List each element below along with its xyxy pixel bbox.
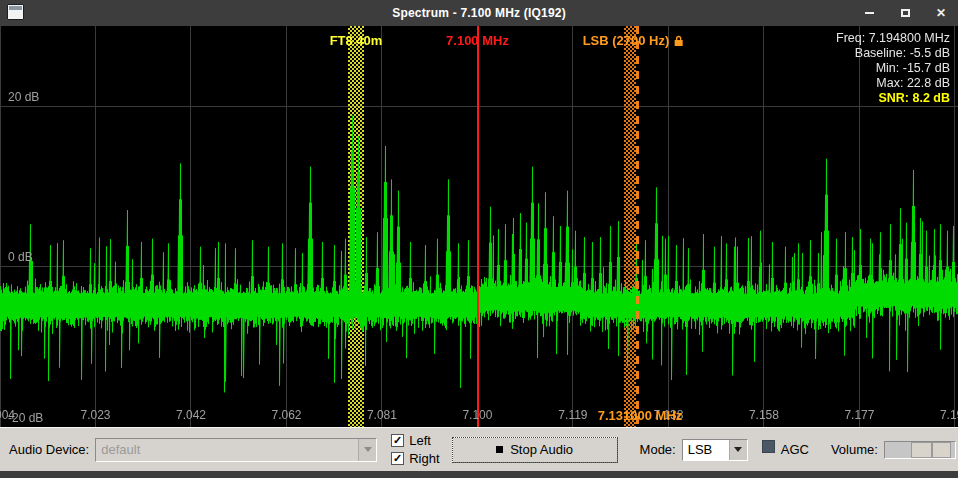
maximize-button[interactable] xyxy=(894,4,916,22)
title-bar[interactable]: Spectrum - 7.100 MHz (IQ192) ✕ xyxy=(0,0,958,26)
volume-track-right[interactable] xyxy=(951,442,955,458)
center-frequency-label: 7.100 MHz xyxy=(446,33,509,48)
info-freq: Freq: 7.194800 MHz xyxy=(836,31,950,46)
agc-label: AGC xyxy=(781,442,809,457)
freq-axis-label: 7.081 xyxy=(367,408,397,422)
agc-control[interactable]: AGC xyxy=(762,442,809,457)
maximize-icon xyxy=(901,9,910,17)
volume-slider[interactable] xyxy=(884,441,956,459)
agc-checkbox[interactable] xyxy=(762,440,775,453)
close-button[interactable]: ✕ xyxy=(930,4,952,22)
mode-label: Mode: xyxy=(640,442,676,457)
freq-axis-label: 7.023 xyxy=(80,408,110,422)
tuned-frequency-label: 7.131000 MHz xyxy=(598,408,683,423)
info-min: Min: -15.7 dB xyxy=(836,61,950,76)
mode-value: LSB xyxy=(683,442,729,457)
info-baseline: Baseline: -5.5 dB xyxy=(836,46,950,61)
mode-combo-arrow[interactable] xyxy=(729,440,747,460)
right-channel-row[interactable]: ✓ Right xyxy=(391,451,439,467)
minimize-icon xyxy=(865,12,874,14)
lsb-mode-text: LSB (2700 Hz) xyxy=(583,33,670,48)
chevron-down-icon xyxy=(364,447,372,452)
center-frequency-line xyxy=(477,26,479,427)
app-window-icon xyxy=(7,4,24,20)
lsb-mode-label: LSB (2700 Hz) xyxy=(583,33,684,48)
tuned-frequency-line xyxy=(636,26,639,427)
control-bar: Audio Device: default ✓ Left ✓ Right Sto… xyxy=(0,427,958,471)
freq-axis-label: 7.062 xyxy=(271,408,301,422)
volume-handle[interactable] xyxy=(911,442,932,458)
spectrum-plot[interactable]: 7.0047.0237.0427.0627.0817.1007.1197.138… xyxy=(0,26,958,427)
freq-axis-label: 7.158 xyxy=(749,408,779,422)
signal-info-panel: Freq: 7.194800 MHz Baseline: -5.5 dB Min… xyxy=(836,31,950,106)
freq-axis-label: 7.177 xyxy=(844,408,874,422)
window-buttons: ✕ xyxy=(858,0,952,26)
db-axis-label: 0 dB xyxy=(8,250,33,264)
window-title: Spectrum - 7.100 MHz (IQ192) xyxy=(0,6,958,20)
volume-handle-2[interactable] xyxy=(932,442,951,458)
right-channel-label: Right xyxy=(409,451,439,466)
close-icon: ✕ xyxy=(936,7,946,19)
stop-audio-button[interactable]: Stop Audio xyxy=(452,437,618,463)
info-snr: SNR: 8.2 dB xyxy=(836,91,950,106)
audio-device-combo-arrow[interactable] xyxy=(358,439,376,461)
lock-icon xyxy=(673,35,683,47)
ft8-band-label: FT8 40m xyxy=(330,33,383,48)
chevron-down-icon xyxy=(734,447,742,452)
info-max: Max: 22.8 dB xyxy=(836,76,950,91)
left-channel-label: Left xyxy=(409,433,431,448)
right-channel-checkbox[interactable]: ✓ xyxy=(391,452,404,465)
stop-icon xyxy=(496,446,503,453)
db-axis-label: -20 dB xyxy=(8,411,43,425)
freq-axis-label: 7.196 xyxy=(940,408,958,422)
window-bottom-edge xyxy=(0,471,958,478)
minimize-button[interactable] xyxy=(858,4,880,22)
audio-device-value: default xyxy=(96,442,358,457)
freq-axis-label: 7.119 xyxy=(558,408,587,422)
db-axis-label: 20 dB xyxy=(8,90,39,104)
audio-device-combo[interactable]: default xyxy=(95,438,377,462)
freq-axis-label: 7.042 xyxy=(176,408,206,422)
channel-checkboxes: ✓ Left ✓ Right xyxy=(391,433,439,467)
left-channel-row[interactable]: ✓ Left xyxy=(391,433,439,449)
audio-device-label: Audio Device: xyxy=(9,442,89,457)
freq-axis-label: 7.100 xyxy=(462,408,492,422)
mode-combo[interactable]: LSB xyxy=(682,439,748,461)
spectrum-trace[interactable] xyxy=(0,26,958,427)
volume-label: Volume: xyxy=(831,442,878,457)
left-channel-checkbox[interactable]: ✓ xyxy=(391,434,404,447)
app-window: Spectrum - 7.100 MHz (IQ192) ✕ 7.0047.02… xyxy=(0,0,958,478)
volume-track-left[interactable] xyxy=(885,442,911,458)
stop-audio-label: Stop Audio xyxy=(510,442,573,457)
